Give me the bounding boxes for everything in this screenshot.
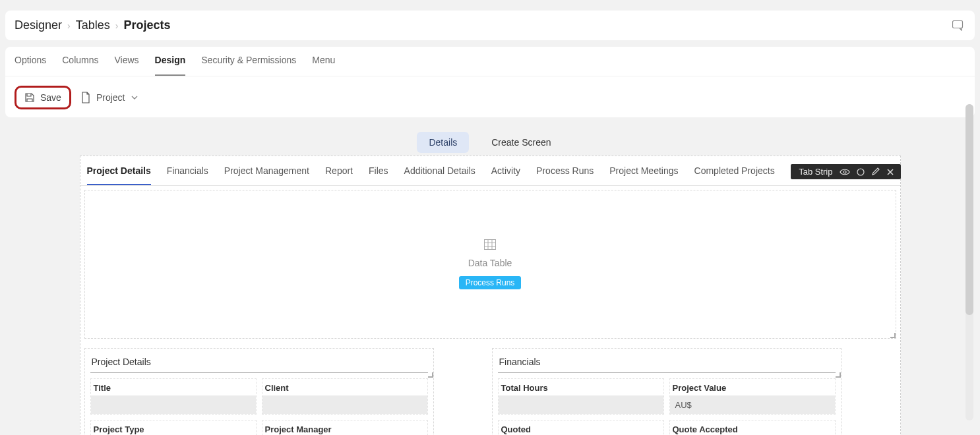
inner-tab-project-details[interactable]: Project Details	[87, 165, 151, 185]
inner-tab-project-meetings[interactable]: Project Meetings	[609, 165, 678, 185]
inner-tab-process-runs[interactable]: Process Runs	[536, 165, 594, 185]
breadcrumb-current: Projects	[123, 18, 170, 32]
close-icon[interactable]	[886, 168, 894, 176]
section-financials[interactable]: Financials Total Hours Project Value AU$	[492, 348, 842, 435]
document-icon	[80, 92, 91, 103]
section-title-financials: Financials	[498, 354, 836, 373]
inner-tab-activity[interactable]: Activity	[491, 165, 520, 185]
svg-point-1	[843, 171, 846, 173]
input-total-hours[interactable]	[499, 395, 663, 414]
inner-tab-completed-projects[interactable]: Completed Projects	[694, 165, 775, 185]
field-label-title: Title	[91, 379, 256, 395]
inner-tab-financials[interactable]: Financials	[167, 165, 208, 185]
chevron-down-icon	[131, 95, 138, 100]
field-label-quoted: Quoted	[499, 420, 663, 435]
tabstrip-label: Tab Strip	[799, 167, 832, 177]
scrollbar-thumb[interactable]	[965, 104, 973, 315]
tab-design[interactable]: Design	[155, 55, 186, 76]
breadcrumb: Designer › Tables › Projects	[15, 18, 170, 32]
tabstrip-toolbar: Tab Strip	[791, 164, 900, 179]
inner-tab-project-management[interactable]: Project Management	[224, 165, 309, 185]
save-button-label: Save	[40, 92, 61, 103]
inner-tab-additional-details[interactable]: Additional Details	[404, 165, 475, 185]
inner-tab-report[interactable]: Report	[325, 165, 353, 185]
field-label-project-value: Project Value	[670, 379, 835, 395]
save-button[interactable]: Save	[15, 86, 71, 109]
field-title[interactable]: Title	[90, 378, 257, 415]
resize-handle[interactable]	[836, 372, 841, 378]
field-quoted[interactable]: Quoted	[498, 420, 664, 435]
inner-tab-files[interactable]: Files	[369, 165, 388, 185]
field-project-value[interactable]: Project Value AU$	[669, 378, 836, 415]
eye-icon[interactable]	[840, 168, 850, 176]
datatable-placeholder[interactable]: Data Table Process Runs	[84, 190, 896, 339]
edit-icon[interactable]	[871, 167, 880, 176]
field-label-total-hours: Total Hours	[499, 379, 663, 395]
canvas-panel: Tab Strip Project Details Financials Pro…	[80, 156, 901, 435]
field-total-hours[interactable]: Total Hours	[498, 378, 664, 415]
tab-options[interactable]: Options	[15, 55, 46, 76]
scrollbar[interactable]	[965, 104, 973, 420]
project-dropdown-label: Project	[96, 92, 125, 103]
field-client[interactable]: Client	[262, 378, 428, 415]
view-tabs: Details Create Screen	[5, 121, 975, 156]
nav-tabs: Options Columns Views Design Security & …	[5, 47, 975, 76]
tab-security[interactable]: Security & Permissions	[201, 55, 296, 76]
save-icon	[24, 92, 35, 103]
svg-rect-0	[953, 20, 963, 28]
datatable-label: Data Table	[468, 258, 512, 268]
project-dropdown[interactable]: Project	[80, 92, 138, 103]
tab-menu[interactable]: Menu	[312, 55, 335, 76]
breadcrumb-root[interactable]: Designer	[15, 18, 62, 32]
resize-handle[interactable]	[890, 333, 896, 338]
field-label-quote-accepted: Quote Accepted	[670, 420, 835, 435]
field-label-project-type: Project Type	[91, 420, 256, 435]
chevron-right-icon: ›	[115, 20, 119, 31]
chevron-right-icon: ›	[67, 20, 71, 31]
input-project-value[interactable]: AU$	[670, 395, 835, 414]
table-icon	[484, 239, 496, 250]
breadcrumb-tables[interactable]: Tables	[76, 18, 110, 32]
field-label-client: Client	[262, 379, 427, 395]
field-project-manager[interactable]: Project Manager	[262, 420, 428, 435]
tab-columns[interactable]: Columns	[62, 55, 98, 76]
input-title[interactable]	[91, 395, 256, 414]
datatable-source-pill: Process Runs	[459, 276, 522, 289]
section-title-project-details: Project Details	[90, 354, 428, 373]
resize-handle[interactable]	[428, 372, 433, 378]
input-client[interactable]	[262, 395, 427, 414]
comment-icon[interactable]	[952, 20, 965, 31]
svg-rect-3	[485, 240, 496, 250]
circle-icon[interactable]	[857, 168, 865, 176]
svg-point-2	[857, 169, 864, 175]
inner-tabs: Project Details Financials Project Manag…	[80, 156, 804, 185]
section-project-details[interactable]: Project Details Title Client Project T	[84, 348, 434, 435]
field-project-type[interactable]: Project Type	[90, 420, 257, 435]
view-tab-create-screen[interactable]: Create Screen	[479, 132, 563, 153]
tab-views[interactable]: Views	[115, 55, 139, 76]
field-quote-accepted[interactable]: Quote Accepted	[669, 420, 836, 435]
field-label-project-manager: Project Manager	[262, 420, 427, 435]
view-tab-details[interactable]: Details	[417, 132, 469, 153]
